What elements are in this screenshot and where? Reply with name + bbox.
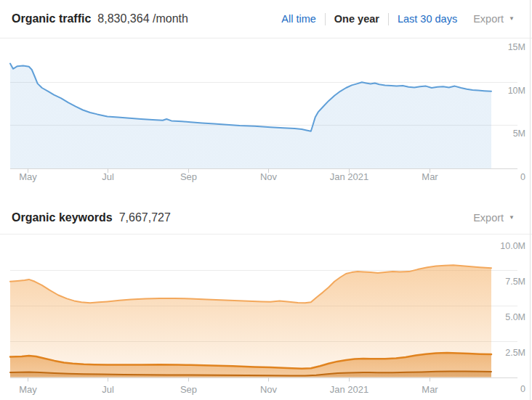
export-label: Export [473, 13, 504, 25]
organic-keywords-header: Organic keywords 7,667,727 Export ▼ [0, 184, 532, 234]
x-axis-label: Sep [180, 171, 197, 182]
y-axis-label: 0 [520, 384, 525, 394]
organic-keywords-section: Organic keywords 7,667,727 Export ▼ 10.0… [0, 184, 532, 400]
y-axis-label: 5M [513, 128, 525, 139]
organic-traffic-header: Organic traffic 8,830,364 /month All tim… [0, 0, 532, 38]
y-axis-label: 7.5M [505, 277, 525, 287]
chevron-down-icon: ▼ [509, 16, 515, 22]
tab-separator [388, 13, 389, 25]
y-axis-label: 0 [520, 172, 525, 182]
page-title: Organic traffic [12, 12, 91, 25]
x-axis-label: Jul [102, 384, 114, 395]
organic-traffic-area [10, 64, 491, 168]
y-axis-label: 2.5M [505, 348, 525, 358]
export-label: Export [473, 212, 504, 224]
chevron-down-icon: ▼ [509, 215, 515, 221]
tab-one-year[interactable]: One year [334, 13, 379, 25]
organic-traffic-chart[interactable]: 15M10M5M0MayJulSepNovJan 2021Mar [0, 38, 532, 184]
y-axis-label: 5.0M [505, 312, 525, 322]
y-axis-label: 15M [508, 42, 525, 52]
tab-separator [325, 13, 326, 25]
x-axis-label: Nov [260, 384, 278, 395]
x-axis-label: May [19, 384, 37, 395]
x-axis-label: Sep [180, 384, 197, 395]
traffic-metric-value: 8,830,364 /month [97, 12, 188, 25]
export-button[interactable]: Export ▼ [473, 212, 515, 224]
x-axis-label: May [19, 171, 37, 182]
date-range-tabs: All time One year Last 30 days [281, 13, 457, 25]
x-axis-label: Mar [422, 384, 438, 395]
x-axis-label: Jan 2021 [330, 384, 369, 395]
right-edge-divider [530, 0, 531, 400]
traffic-chart-svg[interactable]: 15M10M5M0MayJulSepNovJan 2021Mar [0, 38, 532, 184]
y-axis-label: 10.0M [500, 241, 525, 251]
y-axis-label: 10M [508, 86, 525, 96]
keywords-chart-svg[interactable]: 10.0M7.5M5.0M2.5M0MayJulSepNovJan 2021Ma… [0, 234, 532, 400]
keywords-title: Organic keywords [12, 211, 113, 224]
x-axis-label: Jul [102, 171, 114, 182]
x-axis-label: Jan 2021 [330, 171, 369, 182]
tab-last-30-days[interactable]: Last 30 days [398, 13, 457, 25]
tab-all-time[interactable]: All time [281, 13, 316, 25]
x-axis-label: Mar [422, 171, 438, 182]
x-axis-label: Nov [260, 171, 278, 182]
organic-keywords-chart[interactable]: 10.0M7.5M5.0M2.5M0MayJulSepNovJan 2021Ma… [0, 234, 532, 400]
organic-traffic-section: Organic traffic 8,830,364 /month All tim… [0, 0, 532, 184]
keywords-metric-value: 7,667,727 [119, 211, 171, 224]
export-button[interactable]: Export ▼ [473, 13, 515, 25]
